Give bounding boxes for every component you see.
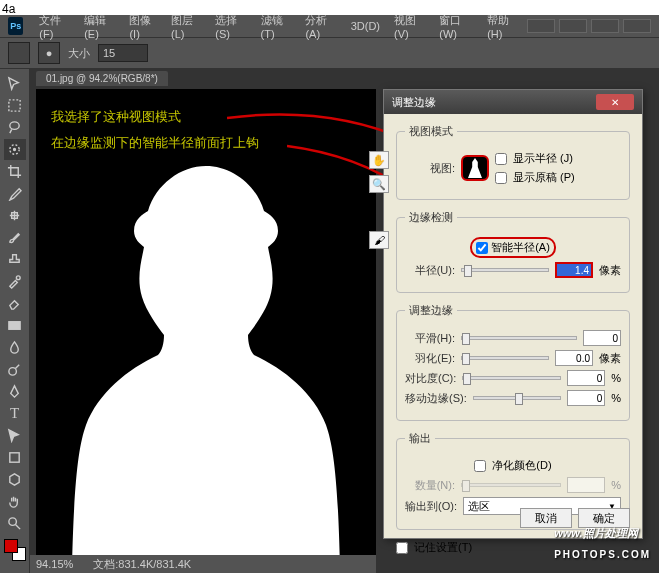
titlebar-button[interactable] (591, 19, 619, 33)
fg-color-swatch[interactable] (4, 539, 18, 553)
svg-rect-6 (9, 322, 20, 330)
path-tool-icon[interactable] (4, 425, 26, 446)
dodge-tool-icon[interactable] (4, 359, 26, 380)
contrast-input[interactable] (567, 370, 605, 386)
output-to-label: 输出到(O): (405, 499, 457, 514)
smooth-label: 平滑(H): (405, 331, 455, 346)
radius-slider[interactable] (461, 268, 549, 272)
shape-tool-icon[interactable] (4, 447, 26, 468)
menu-help[interactable]: 帮助(H) (481, 11, 525, 42)
edge-detection-legend: 边缘检测 (405, 210, 457, 225)
feather-input[interactable] (555, 350, 593, 366)
history-brush-icon[interactable] (4, 271, 26, 292)
brush-size-input[interactable] (98, 44, 148, 62)
ok-button[interactable]: 确定 (578, 508, 630, 528)
menu-3d[interactable]: 3D(D) (345, 18, 386, 34)
pen-tool-icon[interactable] (4, 381, 26, 402)
menu-analysis[interactable]: 分析(A) (299, 11, 342, 42)
amount-slider (461, 483, 561, 487)
contrast-slider[interactable] (462, 376, 561, 380)
dialog-title: 调整边缘 (392, 95, 436, 110)
svg-point-1 (10, 122, 19, 130)
refine-edge-dialog: 调整边缘 ✕ 视图模式 ✋ 🔍 视图: 显示半径 (J) 显示原稿 (P) 边缘… (383, 89, 643, 539)
heal-tool-icon[interactable] (4, 205, 26, 226)
svg-point-3 (14, 149, 16, 151)
decontaminate-checkbox[interactable] (474, 460, 486, 472)
quickselect-tool-icon[interactable] (4, 139, 26, 160)
view-thumbnail[interactable] (461, 155, 489, 181)
menu-layer[interactable]: 图层(L) (165, 11, 207, 42)
zoom-icon[interactable]: 🔍 (369, 175, 389, 193)
brush-tool-icon[interactable] (4, 227, 26, 248)
gradient-tool-icon[interactable] (4, 315, 26, 336)
shift-label: 移动边缘(S): (405, 391, 467, 406)
stamp-tool-icon[interactable] (4, 249, 26, 270)
options-bar: ● 大小 (0, 37, 659, 69)
amount-label: 数量(N): (405, 478, 455, 493)
annotation-text-1: 我选择了这种视图模式 (51, 108, 181, 126)
shift-slider[interactable] (473, 396, 561, 400)
page-label: 4a (2, 2, 15, 16)
menu-select[interactable]: 选择(S) (209, 11, 252, 42)
radius-unit: 像素 (599, 263, 621, 278)
color-swatches[interactable] (4, 539, 26, 561)
smart-radius-label: 智能半径(A) (491, 240, 550, 255)
shift-unit: % (611, 392, 621, 404)
remember-label: 记住设置(T) (414, 540, 472, 555)
status-bar: 94.15% 文档:831.4K/831.4K (30, 555, 376, 573)
menu-filter[interactable]: 滤镜(T) (255, 11, 298, 42)
menu-edit[interactable]: 编辑(E) (78, 11, 121, 42)
contrast-label: 对比度(C): (405, 371, 456, 386)
cancel-button[interactable]: 取消 (520, 508, 572, 528)
edge-detection-group: 边缘检测 🖌 智能半径(A) 半径(U): 像素 (396, 210, 630, 293)
menu-image[interactable]: 图像(I) (123, 11, 163, 42)
doc-filesize: 文档:831.4K/831.4K (93, 557, 191, 572)
brush-preset-icon[interactable]: ● (38, 42, 60, 64)
document-tab[interactable]: 01.jpg @ 94.2%(RGB/8*) (36, 71, 168, 86)
blur-tool-icon[interactable] (4, 337, 26, 358)
decontaminate-label: 净化颜色(D) (492, 458, 551, 473)
selection-silhouette (66, 136, 346, 566)
shift-input[interactable] (567, 390, 605, 406)
move-tool-icon[interactable] (4, 73, 26, 94)
refine-brush-icon[interactable]: 🖌 (369, 231, 389, 249)
titlebar-button[interactable] (623, 19, 651, 33)
titlebar-button[interactable] (559, 19, 587, 33)
menu-view[interactable]: 视图(V) (388, 11, 431, 42)
svg-rect-0 (9, 100, 20, 111)
radius-input[interactable] (555, 262, 593, 278)
zoom-tool-icon[interactable] (4, 513, 26, 534)
canvas[interactable]: 我选择了这种视图模式 在边缘监测下的智能半径前面打上钩 (36, 89, 376, 567)
menu-window[interactable]: 窗口(W) (433, 11, 479, 42)
menu-bar: Ps 文件(F) 编辑(E) 图像(I) 图层(L) 选择(S) 滤镜(T) 分… (0, 15, 659, 37)
smart-radius-checkbox[interactable] (476, 242, 488, 254)
show-original-checkbox[interactable] (495, 172, 507, 184)
feather-slider[interactable] (461, 356, 549, 360)
smooth-input[interactable] (583, 330, 621, 346)
marquee-tool-icon[interactable] (4, 95, 26, 116)
lasso-tool-icon[interactable] (4, 117, 26, 138)
feather-label: 羽化(E): (405, 351, 455, 366)
photoshop-window: Ps 文件(F) 编辑(E) 图像(I) 图层(L) 选择(S) 滤镜(T) 分… (0, 15, 659, 573)
menu-file[interactable]: 文件(F) (33, 11, 76, 42)
type-tool-icon[interactable]: T (4, 403, 26, 424)
show-radius-checkbox[interactable] (495, 153, 507, 165)
feather-unit: 像素 (599, 351, 621, 366)
dialog-titlebar[interactable]: 调整边缘 ✕ (384, 90, 642, 114)
remember-checkbox[interactable] (396, 542, 408, 554)
radius-label: 半径(U): (405, 263, 455, 278)
size-label: 大小 (68, 46, 90, 61)
current-tool-icon[interactable] (8, 42, 30, 64)
crop-tool-icon[interactable] (4, 161, 26, 182)
show-original-label: 显示原稿 (P) (513, 170, 575, 185)
titlebar-button[interactable] (527, 19, 555, 33)
hand-icon[interactable]: ✋ (369, 151, 389, 169)
close-icon[interactable]: ✕ (596, 94, 634, 110)
smooth-slider[interactable] (461, 336, 577, 340)
3d-tool-icon[interactable] (4, 469, 26, 490)
hand-tool-icon[interactable] (4, 491, 26, 512)
zoom-level: 94.15% (36, 558, 73, 570)
svg-point-7 (9, 368, 17, 376)
eyedropper-tool-icon[interactable] (4, 183, 26, 204)
eraser-tool-icon[interactable] (4, 293, 26, 314)
